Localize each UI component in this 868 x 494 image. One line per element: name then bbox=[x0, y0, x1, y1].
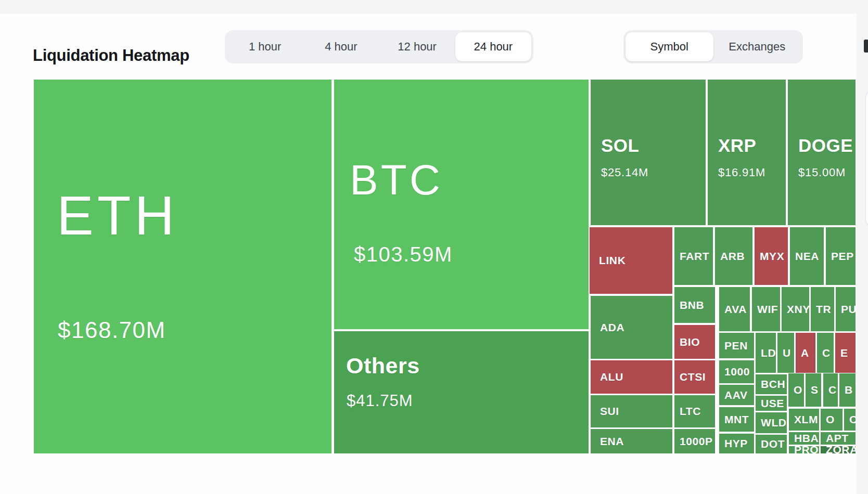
treemap-block-label: CTSI bbox=[680, 371, 706, 383]
treemap-block-label: WIF bbox=[757, 303, 778, 316]
time-filter-24-hour[interactable]: 24 hour bbox=[455, 32, 531, 61]
treemap-block-label: ADA bbox=[600, 321, 624, 334]
treemap-block-value: $25.14M bbox=[601, 166, 648, 179]
treemap-block-ena-24[interactable]: ENA bbox=[591, 429, 672, 453]
treemap-block-pen-26[interactable]: PEN bbox=[719, 333, 754, 358]
treemap-block-u-28[interactable]: U bbox=[777, 333, 794, 373]
treemap-block-tr-18[interactable]: TR bbox=[811, 287, 834, 331]
treemap-block-btc-1[interactable]: BTC$103.59M bbox=[334, 80, 589, 329]
treemap-block-others-2[interactable]: Others$41.75M bbox=[334, 331, 589, 453]
treemap-block-label: DOGE bbox=[798, 135, 853, 156]
time-filter-group: 1 hour4 hour12 hour24 hour bbox=[225, 30, 533, 63]
treemap-block-use-37[interactable]: USE bbox=[756, 396, 787, 411]
time-filter-12-hour[interactable]: 12 hour bbox=[379, 32, 455, 61]
treemap-block-fart-7[interactable]: FART bbox=[674, 227, 713, 285]
treemap-block-hba-47[interactable]: HBA bbox=[789, 432, 819, 445]
treemap-block-myx-9[interactable]: MYX bbox=[755, 227, 788, 285]
treemap-block-1000p-25[interactable]: 1000P bbox=[674, 429, 715, 453]
treemap-block-value: $41.75M bbox=[347, 392, 413, 410]
treemap-block-label: E bbox=[840, 347, 848, 359]
time-filter-4-hour[interactable]: 4 hour bbox=[303, 32, 379, 61]
liquidation-treemap: ETH$168.70MBTC$103.59MOthers$41.75MSOL$2… bbox=[34, 80, 856, 453]
treemap-block-dot-39[interactable]: DOT bbox=[756, 435, 787, 453]
treemap-block-alu-20[interactable]: ALU bbox=[591, 360, 672, 394]
treemap-block-wif-16[interactable]: WIF bbox=[752, 287, 780, 331]
treemap-block-label: BNB bbox=[680, 299, 704, 311]
treemap-block-label: 1000P bbox=[680, 435, 713, 448]
treemap-block-label: C bbox=[822, 347, 831, 359]
treemap-block-value: $16.91M bbox=[718, 166, 765, 179]
treemap-block-ltc-23[interactable]: LTC bbox=[674, 395, 715, 427]
treemap-block-doge-5[interactable]: DOGE$15.00M bbox=[788, 80, 856, 225]
treemap-block-bnb-13[interactable]: BNB bbox=[674, 287, 715, 323]
treemap-block-label: PEN bbox=[724, 340, 748, 352]
treemap-block-xrp-4[interactable]: XRP$16.91M bbox=[708, 80, 786, 225]
treemap-block-label: HBA bbox=[794, 432, 819, 445]
treemap-block-label: FART bbox=[680, 250, 709, 263]
treemap-block-xny-17[interactable]: XNY bbox=[782, 287, 809, 331]
treemap-block-bch-36[interactable]: BCH bbox=[756, 374, 787, 394]
view-toggle-exchanges[interactable]: Exchanges bbox=[713, 32, 801, 61]
treemap-block-label: AVA bbox=[724, 303, 747, 316]
treemap-block-a-29[interactable]: A bbox=[796, 333, 815, 373]
treemap-block-ava-15[interactable]: AVA bbox=[719, 287, 750, 331]
treemap-block-label: LTC bbox=[680, 405, 701, 418]
treemap-block-label: WLD bbox=[761, 417, 787, 429]
treemap-block-o-40[interactable]: O bbox=[788, 373, 804, 407]
treemap-block-ada-12[interactable]: ADA bbox=[591, 296, 672, 359]
treemap-block-aav-33[interactable]: AAV bbox=[719, 385, 754, 405]
page-top-strip bbox=[0, 0, 868, 14]
treemap-block-bio-14[interactable]: BIO bbox=[674, 325, 715, 359]
time-filter-1-hour[interactable]: 1 hour bbox=[227, 32, 303, 61]
treemap-block-s-41[interactable]: S bbox=[806, 373, 821, 407]
treemap-block-label: APT bbox=[826, 432, 849, 445]
treemap-block-label: O bbox=[826, 413, 835, 426]
treemap-block-pu-19[interactable]: PU bbox=[836, 287, 856, 331]
treemap-block-c-42[interactable]: C bbox=[823, 373, 838, 407]
treemap-block-mnt-34[interactable]: MNT bbox=[719, 407, 754, 432]
treemap-block-pep-11[interactable]: PEP bbox=[826, 227, 856, 285]
treemap-block-1000-32[interactable]: 1000 bbox=[719, 360, 754, 383]
treemap-block-label: TR bbox=[816, 303, 831, 316]
view-toggle-group: SymbolExchanges bbox=[623, 30, 803, 63]
treemap-block-label: S bbox=[811, 384, 819, 396]
treemap-block-sui-22[interactable]: SUI bbox=[591, 395, 672, 427]
treemap-block-label: BIO bbox=[680, 336, 700, 348]
treemap-block-e-31[interactable]: E bbox=[835, 333, 856, 373]
treemap-block-label: PU bbox=[841, 303, 856, 316]
treemap-block-label: O bbox=[794, 384, 802, 396]
treemap-block-label: LINK bbox=[599, 254, 626, 267]
treemap-block-label: XRP bbox=[718, 135, 756, 156]
treemap-block-ctsi-21[interactable]: CTSI bbox=[674, 360, 715, 394]
treemap-block-eth-0[interactable]: ETH$168.70M bbox=[34, 80, 331, 453]
treemap-block-link-6[interactable]: LINK bbox=[590, 227, 672, 294]
page-right-gutter bbox=[857, 14, 868, 494]
treemap-block-label: MYX bbox=[760, 250, 784, 263]
treemap-block-label: ARB bbox=[720, 250, 745, 263]
treemap-block-zora-50[interactable]: ZORA bbox=[821, 446, 856, 453]
treemap-block-ld-27[interactable]: LD bbox=[756, 333, 776, 373]
treemap-block-label: AAV bbox=[724, 389, 748, 401]
treemap-block-sol-3[interactable]: SOL$25.14M bbox=[591, 80, 706, 225]
treemap-block-label: USE bbox=[761, 397, 784, 410]
treemap-block-label: NEA bbox=[795, 250, 819, 263]
treemap-block-o-45[interactable]: O bbox=[821, 409, 843, 431]
treemap-block-nea-10[interactable]: NEA bbox=[790, 227, 824, 285]
treemap-block-label: PEP bbox=[831, 250, 854, 263]
treemap-block-hyp-35[interactable]: HYP bbox=[719, 434, 754, 453]
treemap-block-pro-49[interactable]: PRO bbox=[789, 446, 819, 453]
treemap-block-xlm-44[interactable]: XLM bbox=[789, 409, 819, 431]
treemap-block-label: ENA bbox=[600, 435, 624, 448]
treemap-block-wld-38[interactable]: WLD bbox=[756, 412, 787, 433]
treemap-block-label: A bbox=[801, 347, 809, 359]
treemap-block-c-30[interactable]: C bbox=[817, 333, 834, 373]
treemap-block-arb-8[interactable]: ARB bbox=[715, 227, 752, 285]
view-toggle-symbol[interactable]: Symbol bbox=[626, 32, 713, 61]
treemap-block-o-46[interactable]: O bbox=[844, 409, 856, 431]
treemap-block-label: PRO bbox=[794, 446, 819, 453]
treemap-block-value: $103.59M bbox=[354, 243, 453, 266]
treemap-block-label: XNY bbox=[787, 303, 809, 316]
treemap-block-b-43[interactable]: B bbox=[839, 373, 856, 407]
treemap-block-apt-48[interactable]: APT bbox=[821, 432, 856, 445]
treemap-block-label: SUI bbox=[600, 405, 619, 418]
